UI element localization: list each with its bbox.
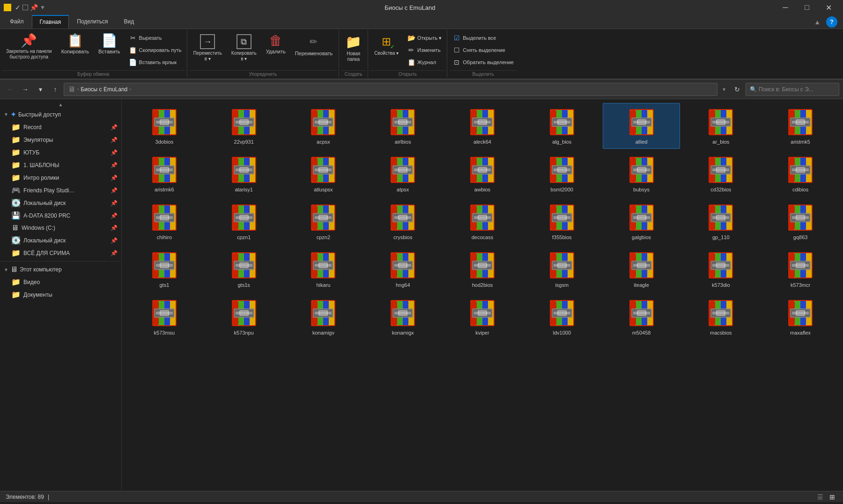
computer-header[interactable]: ▼ 🖥 Этот компьютер — [0, 263, 121, 276]
file-item-gts1[interactable]: gts1 — [126, 246, 203, 292]
sidebar-item-windows[interactable]: 🖥 Windows (C:) 📌 — [0, 222, 121, 234]
rar-icon — [785, 155, 815, 185]
quick-access-header[interactable]: ▼ ✦ Быстрый доступ — [0, 108, 121, 121]
select-label: Выделить — [449, 70, 517, 78]
file-item-f355bios[interactable]: f355bios — [523, 198, 601, 244]
history-button[interactable]: 📋 Журнал — [404, 56, 445, 68]
close-button[interactable]: ✕ — [818, 0, 839, 15]
help-button[interactable]: ? — [826, 16, 837, 28]
back-button[interactable]: ← — [4, 83, 17, 96]
sidebar-item-adata[interactable]: 💾 A-DATA 8200 PRC 📌 — [0, 209, 121, 222]
properties-button[interactable]: ⊞ ✓ Свойства ▾ — [370, 32, 403, 58]
ribbon-collapse-icon[interactable]: ▲ — [812, 16, 822, 28]
file-item-macsbios[interactable]: macsbios — [682, 294, 760, 340]
file-item-awbios[interactable]: awbios — [444, 151, 521, 197]
file-item-gp_110[interactable]: gp_110 — [682, 198, 760, 244]
file-item-alg_bios[interactable]: alg_bios — [523, 103, 601, 149]
paste-button[interactable]: 📄 Вставить — [94, 32, 125, 57]
file-item-22vp931[interactable]: 22vp931 — [205, 103, 283, 149]
file-item-ldv1000[interactable]: ldv1000 — [523, 294, 601, 340]
file-item-chihiro[interactable]: chihiro — [126, 198, 203, 244]
file-item-gq863[interactable]: gq863 — [762, 198, 839, 244]
file-item-k573dio[interactable]: k573dio — [682, 246, 760, 292]
sidebar-item-scream[interactable]: 📁 ВСЁ ДЛЯ СРИМА 📌 — [0, 247, 121, 259]
new-folder-button[interactable]: 📁 Новаяпапка — [341, 32, 366, 65]
file-item-k573npu[interactable]: k573npu — [205, 294, 283, 340]
file-item-acpsx[interactable]: acpsx — [285, 103, 362, 149]
path-chevron[interactable]: ▾ — [719, 83, 729, 96]
sidebar-item-intro[interactable]: 📁 Интро ролики 📌 — [0, 171, 121, 184]
path-segment[interactable]: Биосы с EmuLand — [81, 86, 127, 93]
open-button[interactable]: 📂 Открыть ▾ — [404, 32, 445, 44]
file-item-hng64[interactable]: hng64 — [364, 246, 442, 292]
tab-file[interactable]: Файл — [2, 15, 32, 29]
file-item-cpzn2[interactable]: cpzn2 — [285, 198, 362, 244]
invert-selection-button[interactable]: ⊡ Обратить выделение — [449, 56, 517, 68]
file-item-maxaflex[interactable]: maxaflex — [762, 294, 839, 340]
address-path[interactable]: 🖥 › Биосы с EmuLand › — [64, 83, 717, 96]
file-item-cpzn1[interactable]: cpzn1 — [205, 198, 283, 244]
sidebar-item-record[interactable]: 📁 Record 📌 — [0, 121, 121, 133]
copy-button[interactable]: 📋 Копировать — [57, 32, 93, 57]
cut-button[interactable]: ✂ Вырезать — [126, 32, 185, 44]
edit-button[interactable]: ✏ Изменить — [404, 44, 445, 56]
list-view-button[interactable]: ☰ — [815, 492, 825, 502]
minimize-button[interactable]: ─ — [775, 0, 796, 15]
file-item-m50458[interactable]: m50458 — [603, 294, 680, 340]
file-item-atpsx[interactable]: atpsx — [364, 151, 442, 197]
forward-button[interactable]: → — [19, 83, 32, 96]
file-item-atarisy1[interactable]: atarisy1 — [205, 151, 283, 197]
copy-to-button[interactable]: ⧉ Копироватьв ▾ — [227, 32, 261, 64]
file-item-aristmk6[interactable]: aristmk6 — [126, 151, 203, 197]
recent-button[interactable]: ▾ — [34, 83, 47, 96]
sidebar-item-youtube[interactable]: 📁 ЮТУБ 📌 — [0, 146, 121, 159]
sidebar-item-docs[interactable]: 📁 Документы — [0, 288, 121, 301]
tab-home[interactable]: Главная — [32, 15, 69, 29]
delete-button[interactable]: 🗑 Удалить — [262, 32, 290, 57]
file-item-kviper[interactable]: kviper — [444, 294, 521, 340]
file-item-airlbios[interactable]: airlbios — [364, 103, 442, 149]
file-item-galgbios[interactable]: galgbios — [603, 198, 680, 244]
file-item-bsmt2000[interactable]: bsmt2000 — [523, 151, 601, 197]
file-item-k573mcr[interactable]: k573mcr — [762, 246, 839, 292]
file-item-aristmk5[interactable]: aristmk5 — [762, 103, 839, 149]
sidebar-item-video[interactable]: 📁 Видео — [0, 276, 121, 288]
maximize-button[interactable]: □ — [796, 0, 818, 15]
select-all-button[interactable]: ☑ Выделить все — [449, 32, 517, 44]
tab-share[interactable]: Поделиться — [69, 15, 116, 29]
file-item-isgsm[interactable]: isgsm — [523, 246, 601, 292]
file-item-decocass[interactable]: decocass — [444, 198, 521, 244]
file-item-konamigx[interactable]: konamigx — [364, 294, 442, 340]
file-item-aleck64[interactable]: aleck64 — [444, 103, 521, 149]
file-item-hikaru[interactable]: hikaru — [285, 246, 362, 292]
file-item-iteagle[interactable]: iteagle — [603, 246, 680, 292]
sidebar-item-emulators[interactable]: 📁 Эмуляторы 📌 — [0, 133, 121, 146]
file-item-hod2bios[interactable]: hod2bios — [444, 246, 521, 292]
file-item-bubsys[interactable]: bubsys — [603, 151, 680, 197]
sidebar-item-friends[interactable]: 🎮 Friends Play Studi… 📌 — [0, 184, 121, 197]
refresh-button[interactable]: ↻ — [731, 83, 744, 96]
grid-view-button[interactable]: ⊞ — [827, 492, 837, 502]
file-item-ar_bios[interactable]: ar_bios — [682, 103, 760, 149]
sidebar-item-templates[interactable]: 📁 1. ШАБЛОНЫ 📌 — [0, 159, 121, 171]
tab-view[interactable]: Вид — [116, 15, 142, 29]
sidebar-item-localdisk2[interactable]: 💽 Локальный диск 📌 — [0, 234, 121, 247]
move-button[interactable]: → Переместитьв ▾ — [189, 32, 226, 64]
file-item-allied[interactable]: allied — [603, 103, 680, 149]
sidebar-item-localdisk1[interactable]: 💽 Локальный диск 📌 — [0, 197, 121, 209]
file-item-cd32bios[interactable]: cd32bios — [682, 151, 760, 197]
file-item-crysbios[interactable]: crysbios — [364, 198, 442, 244]
file-item-cdibios[interactable]: cdibios — [762, 151, 839, 197]
file-item-konamigv[interactable]: konamigv — [285, 294, 362, 340]
search-box[interactable]: 🔍 Поиск в: Биосы с Э... — [746, 83, 839, 96]
deselect-all-button[interactable]: ☐ Снять выделение — [449, 44, 517, 56]
paste-shortcut-button[interactable]: 📄 Вставить ярлык — [126, 56, 185, 68]
pin-button[interactable]: 📌 Закрепить на панелибыстрого доступа — [2, 32, 56, 62]
file-item-gts1s[interactable]: gts1s — [205, 246, 283, 292]
file-item-3dobios[interactable]: 3dobios — [126, 103, 203, 149]
file-item-k573msu[interactable]: k573msu — [126, 294, 203, 340]
up-button[interactable]: ↑ — [49, 83, 62, 96]
rename-button[interactable]: ✏ Переименовать — [291, 32, 337, 58]
file-item-atluspsx[interactable]: atluspsx — [285, 151, 362, 197]
copy-path-button[interactable]: 📋 Скопировать путь — [126, 44, 185, 56]
